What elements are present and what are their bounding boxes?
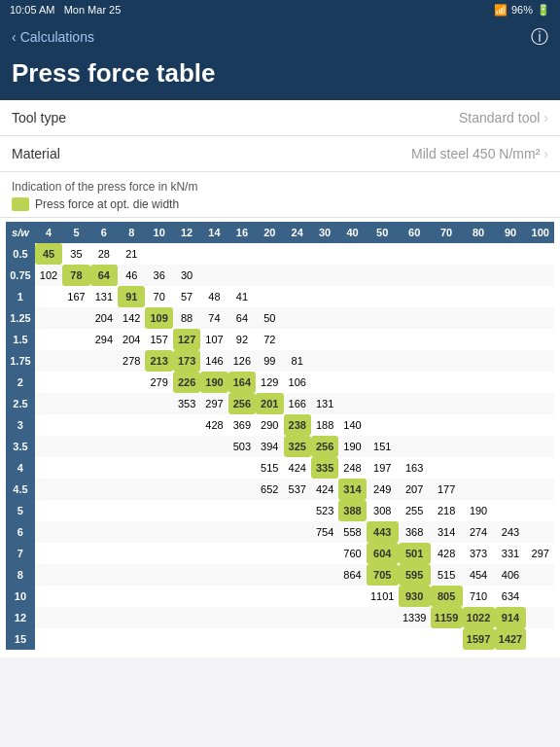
table-cell xyxy=(367,628,399,650)
table-cell xyxy=(431,414,463,436)
table-cell: 45 xyxy=(35,243,62,265)
table-cell xyxy=(62,307,89,329)
table-cell: 308 xyxy=(367,500,399,521)
table-cell: 1339 xyxy=(399,607,431,628)
row-header-0.75: 0.75 xyxy=(6,265,35,286)
col-header-16: 16 xyxy=(228,222,256,243)
table-cell xyxy=(399,329,431,350)
table-cell: 373 xyxy=(463,543,495,564)
row-header-15: 15 xyxy=(6,628,35,650)
table-cell xyxy=(145,457,172,479)
row-header-0.5: 0.5 xyxy=(6,243,35,265)
table-cell: 1101 xyxy=(367,586,399,607)
tool-type-row[interactable]: Tool type Standard tool › xyxy=(0,100,560,136)
table-cell xyxy=(495,500,527,521)
table-cell xyxy=(526,628,554,650)
info-button[interactable]: ⓘ xyxy=(531,25,548,49)
table-cell: 131 xyxy=(311,393,338,414)
table-cell xyxy=(118,372,145,393)
table-cell xyxy=(173,500,200,521)
tool-type-chevron-icon: › xyxy=(543,110,548,125)
table-cell: 30 xyxy=(173,265,200,286)
table-cell xyxy=(145,564,172,586)
table-cell xyxy=(200,564,228,586)
table-cell: 207 xyxy=(399,479,431,500)
table-cell xyxy=(90,372,118,393)
table-cell xyxy=(90,414,118,436)
table-cell: 290 xyxy=(256,414,283,436)
row-header-4: 4 xyxy=(6,457,35,479)
table-cell xyxy=(173,479,200,500)
table-cell xyxy=(90,607,118,628)
col-header-50: 50 xyxy=(367,222,399,243)
table-cell xyxy=(284,564,311,586)
table-cell xyxy=(173,586,200,607)
table-cell: 88 xyxy=(173,307,200,329)
table-cell: 72 xyxy=(256,329,283,350)
table-cell xyxy=(228,543,256,564)
table-cell xyxy=(200,265,228,286)
table-cell xyxy=(526,350,554,372)
table-cell: 278 xyxy=(118,350,145,372)
material-value-area: Mild steel 450 N/mm² › xyxy=(411,146,548,161)
table-cell: 864 xyxy=(338,564,366,586)
back-button[interactable]: ‹ Calculations xyxy=(12,29,94,45)
table-cell: 166 xyxy=(284,393,311,414)
table-cell xyxy=(284,243,311,265)
material-row[interactable]: Material Mild steel 450 N/mm² › xyxy=(0,136,560,172)
table-cell xyxy=(228,457,256,479)
table-cell xyxy=(35,543,62,564)
table-cell xyxy=(495,286,527,307)
table-cell xyxy=(367,372,399,393)
table-cell: 50 xyxy=(256,307,283,329)
table-cell xyxy=(35,286,62,307)
table-cell: 297 xyxy=(526,543,554,564)
table-cell xyxy=(367,350,399,372)
table-cell: 142 xyxy=(118,307,145,329)
table-cell xyxy=(495,393,527,414)
table-cell: 151 xyxy=(367,436,399,457)
material-label: Material xyxy=(12,146,60,161)
table-cell xyxy=(399,414,431,436)
table-cell: 604 xyxy=(367,543,399,564)
material-value: Mild steel 450 N/mm² xyxy=(411,146,540,161)
table-cell: 1159 xyxy=(431,607,463,628)
table-cell: 173 xyxy=(173,350,200,372)
table-row: 1515971427 xyxy=(6,628,554,650)
table-cell xyxy=(62,607,89,628)
table-cell: 41 xyxy=(228,286,256,307)
table-cell xyxy=(35,329,62,350)
table-cell xyxy=(338,286,366,307)
table-cell xyxy=(526,243,554,265)
table-row: 7760604501428373331297 xyxy=(6,543,554,564)
table-row: 11671319170574841 xyxy=(6,286,554,307)
row-header-8: 8 xyxy=(6,564,35,586)
table-cell: 226 xyxy=(173,372,200,393)
table-cell xyxy=(35,457,62,479)
nav-bar: ‹ Calculations ⓘ xyxy=(0,19,560,56)
table-cell xyxy=(256,628,283,650)
table-cell xyxy=(284,586,311,607)
table-cell xyxy=(495,479,527,500)
table-cell: 335 xyxy=(311,457,338,479)
table-cell xyxy=(35,500,62,521)
table-cell xyxy=(526,607,554,628)
table-cell: 35 xyxy=(62,243,89,265)
col-header-80: 80 xyxy=(463,222,495,243)
table-container: s/w456810121416202430405060708090100 0.5… xyxy=(0,218,560,658)
table-cell xyxy=(62,436,89,457)
row-header-5: 5 xyxy=(6,500,35,521)
table-cell xyxy=(495,307,527,329)
table-cell: 325 xyxy=(284,436,311,457)
table-cell xyxy=(463,286,495,307)
table-cell: 256 xyxy=(311,436,338,457)
table-cell xyxy=(118,564,145,586)
table-cell xyxy=(495,372,527,393)
table-cell xyxy=(284,521,311,543)
table-cell xyxy=(173,243,200,265)
table-cell xyxy=(62,543,89,564)
col-header-40: 40 xyxy=(338,222,366,243)
table-cell xyxy=(145,243,172,265)
table-cell xyxy=(62,521,89,543)
table-cell xyxy=(311,543,338,564)
